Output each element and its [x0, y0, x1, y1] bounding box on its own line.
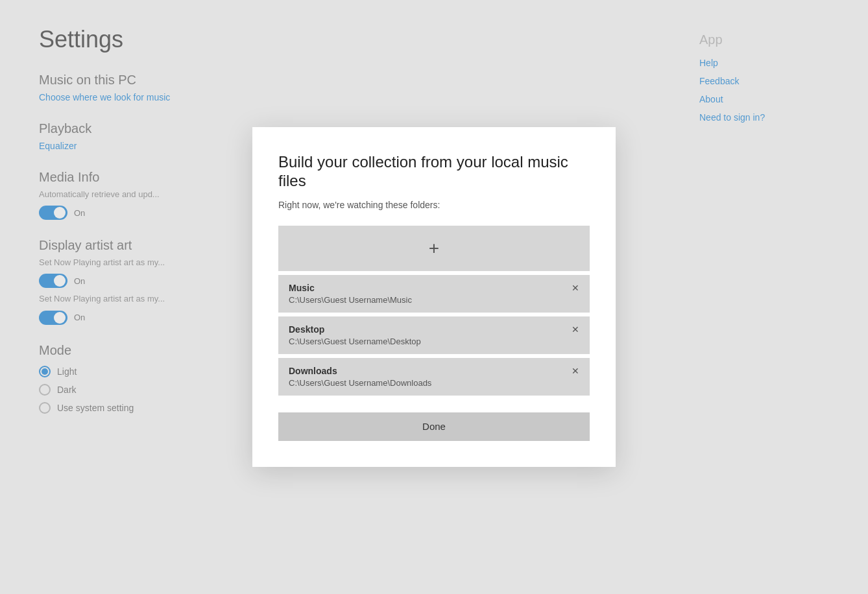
- folder-item-music: Music C:\Users\Guest Username\Music ✕: [278, 275, 590, 313]
- remove-desktop-button[interactable]: ✕: [572, 324, 579, 335]
- done-button[interactable]: Done: [278, 412, 590, 441]
- folder-path-downloads: C:\Users\Guest Username\Downloads: [289, 378, 565, 388]
- folder-name-music: Music: [289, 283, 565, 293]
- folder-info-desktop: Desktop C:\Users\Guest Username\Desktop: [289, 324, 565, 346]
- folder-info-music: Music C:\Users\Guest Username\Music: [289, 283, 565, 305]
- folder-info-downloads: Downloads C:\Users\Guest Username\Downlo…: [289, 366, 565, 388]
- remove-music-button[interactable]: ✕: [572, 283, 579, 293]
- dialog-overlay: Build your collection from your local mu…: [0, 0, 868, 594]
- dialog-subtitle: Right now, we're watching these folders:: [278, 200, 590, 210]
- folder-name-downloads: Downloads: [289, 366, 565, 376]
- remove-downloads-button[interactable]: ✕: [572, 366, 579, 376]
- folder-item-desktop: Desktop C:\Users\Guest Username\Desktop …: [278, 316, 590, 354]
- dialog-title: Build your collection from your local mu…: [278, 153, 590, 191]
- folder-path-music: C:\Users\Guest Username\Music: [289, 295, 565, 305]
- folder-path-desktop: C:\Users\Guest Username\Desktop: [289, 337, 565, 346]
- folder-name-desktop: Desktop: [289, 324, 565, 335]
- plus-icon: +: [429, 239, 439, 257]
- folder-item-downloads: Downloads C:\Users\Guest Username\Downlo…: [278, 358, 590, 396]
- dialog: Build your collection from your local mu…: [252, 127, 616, 467]
- add-folder-button[interactable]: +: [278, 226, 590, 271]
